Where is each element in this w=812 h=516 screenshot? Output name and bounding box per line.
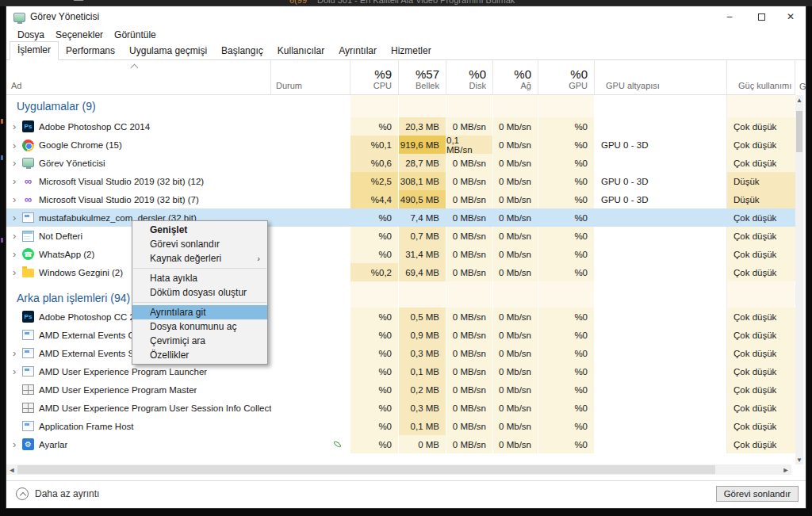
- expand-chevron-icon[interactable]: ›: [11, 230, 22, 242]
- expand-chevron-icon[interactable]: ›: [11, 175, 22, 187]
- table-row[interactable]: AMD External Events Clie%00,9 MB0 MB/sn0…: [6, 326, 795, 344]
- table-row[interactable]: ›Microsoft Visual Studio 2019 (32 bit) (…: [6, 190, 795, 208]
- table-row[interactable]: AMD User Experience Program User Session…: [6, 399, 795, 417]
- column-header-clipped[interactable]: G: [799, 60, 806, 95]
- tab-uygulama-geçmişi[interactable]: Uygulama geçmişi: [122, 43, 214, 59]
- table-row[interactable]: ›Google Chrome (15)%0,1919,6 MB0,1 MB/sn…: [6, 136, 795, 154]
- table-row[interactable]: ›Windows Gezgini (2)%0,269,4 MB0 MB/sn0 …: [6, 263, 795, 281]
- expand-chevron-icon[interactable]: ›: [11, 248, 22, 260]
- table-row[interactable]: AMD User Experience Program Master%00,2 …: [6, 380, 795, 399]
- column-header-network[interactable]: %0 Ağ: [493, 60, 538, 94]
- group-row[interactable]: Uygulamalar (9): [6, 95, 795, 117]
- expand-chevron-icon[interactable]: ›: [11, 193, 22, 205]
- chevron-up-circle-icon: [16, 487, 29, 500]
- tab-kullanıcılar[interactable]: Kullanıcılar: [270, 43, 331, 59]
- status-cell: [271, 380, 350, 399]
- expand-chevron-icon[interactable]: ›: [11, 120, 22, 132]
- column-header-gpu-engine[interactable]: GPU altyapısı: [595, 60, 727, 94]
- column-header-power-usage[interactable]: Güç kullanımı: [727, 60, 795, 94]
- minimize-button[interactable]: –: [716, 6, 743, 27]
- table-row[interactable]: ›AMD External Events Ser%00,3 MB0 MB/sn0…: [6, 344, 795, 362]
- table-row[interactable]: ›Microsoft Visual Studio 2019 (32 bit) (…: [6, 172, 795, 190]
- table-row[interactable]: ›Ayarlar%00 MB0 MB/sn0 Mb/sn%0Çok düşük: [6, 435, 795, 453]
- disk-cell: 0 MB/sn: [446, 399, 493, 417]
- memory-cell: [399, 95, 446, 117]
- gpu-cell: %0: [538, 227, 595, 245]
- table-row[interactable]: ›WhatsApp (2)%031,4 MB0 MB/sn0 Mb/sn%0Ço…: [6, 245, 795, 263]
- gpu-cell: [538, 281, 595, 308]
- horizontal-scrollbar-thumb[interactable]: [17, 465, 715, 474]
- column-header-memory[interactable]: %57 Bellek: [399, 60, 446, 94]
- context-menu-item[interactable]: Görevi sonlandır: [132, 237, 267, 251]
- expand-chevron-icon[interactable]: ›: [11, 157, 22, 169]
- table-row[interactable]: ›mustafabukulmez_com_dersler (32 bit)%07…: [6, 208, 795, 227]
- vertical-scrollbar-thumb[interactable]: [796, 111, 802, 152]
- context-menu-item[interactable]: Döküm dosyası oluştur: [132, 285, 267, 300]
- horizontal-scrollbar[interactable]: ◄ ►: [6, 464, 791, 475]
- tab-ayrıntılar[interactable]: Ayrıntılar: [331, 43, 384, 59]
- vertical-scrollbar[interactable]: ▲ ▼: [795, 95, 803, 464]
- expand-chevron-icon[interactable]: ›: [11, 365, 22, 377]
- ps-icon: [22, 120, 34, 132]
- power-usage-cell: Çok düşük: [727, 435, 795, 453]
- gpu-engine-cell: [595, 263, 727, 281]
- taskmgr-icon: [22, 158, 34, 167]
- background-fragment: 6(99: [289, 0, 307, 5]
- scroll-left-icon[interactable]: ◄: [6, 464, 17, 475]
- table-row[interactable]: Application Frame Host%00,1 MB0 MB/sn0 M…: [6, 417, 795, 435]
- title-bar[interactable]: Görev Yöneticisi – ✕: [6, 6, 806, 27]
- expand-chevron-icon[interactable]: ›: [11, 438, 22, 450]
- tab-başlangıç[interactable]: Başlangıç: [214, 43, 270, 59]
- group-row[interactable]: Arka plan işlemleri (94): [6, 281, 795, 308]
- menu-item-görüntüle[interactable]: Görüntüle: [109, 29, 162, 40]
- power-usage-cell: Çok düşük: [727, 136, 795, 155]
- gpu-engine-cell: [595, 117, 727, 136]
- context-menu-item[interactable]: Dosya konumunu aç: [132, 319, 267, 334]
- cpu-cell: %0: [350, 208, 399, 227]
- context-menu-item[interactable]: Ayrıntılara git: [132, 305, 267, 319]
- grid-icon: [22, 384, 34, 395]
- tab-hizmetler[interactable]: Hizmetler: [384, 43, 439, 59]
- table-row[interactable]: ›Not Defteri%00,7 MB0 MB/sn0 Mb/sn%0Çok …: [6, 227, 795, 245]
- close-button[interactable]: ✕: [777, 6, 804, 27]
- context-menu-item[interactable]: Çevrimiçi ara: [132, 334, 267, 348]
- process-name: Application Frame Host: [34, 422, 134, 431]
- tab-i̇şlemler[interactable]: İşlemler: [10, 41, 59, 60]
- table-row[interactable]: ›AMD User Experience Program Launcher%00…: [6, 362, 795, 380]
- end-task-button[interactable]: Görevi sonlandır: [716, 486, 799, 502]
- context-menu-item[interactable]: Hata ayıkla: [132, 271, 267, 285]
- table-row[interactable]: ›Görev Yöneticisi%0,628,7 MB0 MB/sn0 Mb/…: [6, 154, 795, 172]
- scroll-up-icon[interactable]: ▲: [795, 95, 803, 105]
- scroll-down-icon[interactable]: ▼: [795, 455, 803, 464]
- submenu-arrow-icon: ›: [257, 254, 260, 263]
- process-name-cell: ›Google Chrome (15): [6, 136, 271, 155]
- context-menu-item[interactable]: Özellikler: [132, 348, 267, 362]
- scroll-right-icon[interactable]: ►: [780, 464, 791, 475]
- expand-chevron-icon[interactable]: ›: [11, 212, 22, 224]
- desktop: — 6(99 Dolu 301 - En Kaliteli Ala Video …: [0, 0, 812, 516]
- column-header-cpu[interactable]: %9 CPU: [350, 60, 399, 94]
- gpu-cell: %0: [538, 380, 595, 399]
- group-header[interactable]: Uygulamalar (9): [6, 95, 350, 117]
- less-detail-toggle[interactable]: Daha az ayrıntı: [16, 487, 99, 500]
- context-menu-item[interactable]: Kaynak değerleri›: [132, 251, 267, 266]
- column-header-gpu[interactable]: %0 GPU: [538, 60, 595, 94]
- process-name: AMD User Experience Program Master: [34, 385, 197, 395]
- menu-item-dosya[interactable]: Dosya: [12, 29, 50, 40]
- menu-item-seçenekler[interactable]: Seçenekler: [50, 29, 109, 40]
- status-cell: [271, 227, 350, 245]
- context-menu-item[interactable]: Genişlet: [132, 223, 267, 237]
- power-usage-cell: Çok düşük: [727, 380, 795, 399]
- column-header-status[interactable]: Durum: [271, 60, 350, 94]
- expand-chevron-icon[interactable]: ›: [11, 140, 22, 151]
- tab-performans[interactable]: Performans: [59, 43, 122, 59]
- cpu-cell: %0,1: [350, 136, 399, 155]
- column-header-disk[interactable]: %0 Disk: [446, 60, 493, 94]
- table-row[interactable]: Adobe Photoshop CC 20%00,5 MB0 MB/sn0 Mb…: [6, 308, 795, 326]
- maximize-button[interactable]: [748, 6, 775, 27]
- status-cell: [271, 435, 350, 453]
- expand-chevron-icon[interactable]: ›: [11, 266, 22, 278]
- table-row[interactable]: ›Adobe Photoshop CC 2014%020,3 MB0 MB/sn…: [6, 117, 795, 136]
- column-header-name[interactable]: Ad: [6, 60, 271, 94]
- expand-chevron-icon[interactable]: ›: [11, 347, 22, 359]
